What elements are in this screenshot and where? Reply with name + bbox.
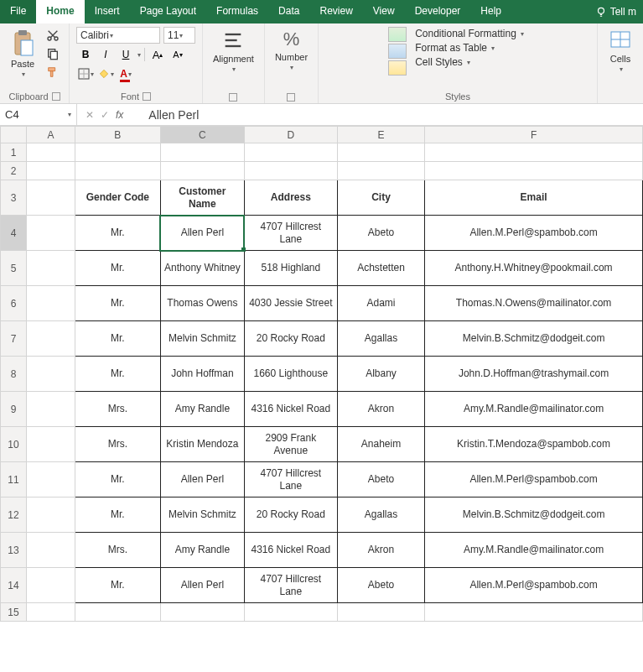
cut-button[interactable] <box>44 27 62 44</box>
cell-F11[interactable]: Allen.M.Perl@spambob.com <box>425 462 643 497</box>
cell-D12[interactable]: 20 Rocky Road <box>244 497 337 533</box>
dialog-launcher-icon[interactable] <box>143 92 151 101</box>
tab-page-layout[interactable]: Page Layout <box>130 0 206 23</box>
row-header-7[interactable]: 7 <box>1 321 27 357</box>
cell-B3[interactable]: Gender Code <box>75 180 160 216</box>
spreadsheet-grid[interactable]: ABCDEF123Gender CodeCustomer NameAddress… <box>0 126 643 622</box>
cell-A3[interactable] <box>27 180 75 216</box>
tell-me[interactable]: Tell m <box>589 0 643 23</box>
row-header-4[interactable]: 4 <box>1 216 27 251</box>
cell-A5[interactable] <box>27 251 75 286</box>
tab-file[interactable]: File <box>0 0 36 23</box>
cell-C2[interactable] <box>160 162 244 180</box>
row-header-6[interactable]: 6 <box>1 286 27 321</box>
cell-F5[interactable]: Anthony.H.Whitney@pookmail.com <box>425 251 643 286</box>
cell-C8[interactable]: John Hoffman <box>160 357 244 392</box>
cell-C3[interactable]: Customer Name <box>160 180 244 216</box>
cell-A11[interactable] <box>27 462 75 497</box>
row-header-13[interactable]: 13 <box>1 533 27 568</box>
cell-A14[interactable] <box>27 568 75 603</box>
cell-D9[interactable]: 4316 Nickel Road <box>244 392 337 427</box>
cell-C15[interactable] <box>160 603 244 622</box>
cell-C1[interactable] <box>160 143 244 162</box>
row-header-5[interactable]: 5 <box>1 251 27 286</box>
cell-A4[interactable] <box>27 216 75 251</box>
italic-button[interactable]: I <box>96 46 115 63</box>
cell-F8[interactable]: John.D.Hoffman@trashymail.com <box>425 357 643 392</box>
tab-developer[interactable]: Developer <box>405 0 471 23</box>
dialog-launcher-icon[interactable] <box>52 92 60 101</box>
cell-C4[interactable]: Allen Perl <box>160 216 244 251</box>
underline-button[interactable]: U <box>117 46 135 63</box>
alignment-button[interactable]: Alignment ▾ <box>210 27 257 75</box>
paste-button[interactable]: Paste ▾ <box>7 27 39 80</box>
cell-B9[interactable]: Mrs. <box>75 392 160 427</box>
cell-E12[interactable]: Agallas <box>337 497 424 533</box>
conditional-formatting-button[interactable]: Conditional Formatting▾ <box>412 27 527 40</box>
cell-E2[interactable] <box>337 162 424 180</box>
cell-A15[interactable] <box>27 603 75 622</box>
cell-D4[interactable]: 4707 Hillcrest Lane <box>244 216 337 251</box>
cell-C12[interactable]: Melvin Schmitz <box>160 497 244 533</box>
cell-E8[interactable]: Albany <box>337 357 424 392</box>
cell-E7[interactable]: Agallas <box>337 321 424 357</box>
cell-B15[interactable] <box>75 603 160 622</box>
row-header-3[interactable]: 3 <box>1 180 27 216</box>
cell-B10[interactable]: Mrs. <box>75 427 160 462</box>
cell-A6[interactable] <box>27 286 75 321</box>
cell-E10[interactable]: Anaheim <box>337 427 424 462</box>
cell-styles-button[interactable]: Cell Styles▾ <box>412 55 527 69</box>
cell-C13[interactable]: Amy Randle <box>160 533 244 568</box>
cell-F14[interactable]: Allen.M.Perl@spambob.com <box>425 568 643 603</box>
cell-B4[interactable]: Mr. <box>75 216 160 251</box>
tab-review[interactable]: Review <box>309 0 362 23</box>
cell-B11[interactable]: Mr. <box>75 462 160 497</box>
cell-E1[interactable] <box>337 143 424 162</box>
cell-D14[interactable]: 4707 Hillcrest Lane <box>244 568 337 603</box>
cell-C5[interactable]: Anthony Whitney <box>160 251 244 286</box>
select-all-corner[interactable] <box>1 127 27 143</box>
cell-C9[interactable]: Amy Randle <box>160 392 244 427</box>
cell-A1[interactable] <box>27 143 75 162</box>
cell-D10[interactable]: 2909 Frank Avenue <box>244 427 337 462</box>
row-header-2[interactable]: 2 <box>1 162 27 180</box>
cell-D2[interactable] <box>244 162 337 180</box>
bold-button[interactable]: B <box>76 46 95 63</box>
cell-B14[interactable]: Mr. <box>75 568 160 603</box>
copy-button[interactable] <box>44 45 62 62</box>
row-header-14[interactable]: 14 <box>1 568 27 603</box>
fill-color-button[interactable]: ▾ <box>96 65 115 82</box>
row-header-12[interactable]: 12 <box>1 497 27 533</box>
cell-E13[interactable]: Akron <box>337 533 424 568</box>
borders-button[interactable]: ▾ <box>76 65 95 82</box>
cell-B13[interactable]: Mrs. <box>75 533 160 568</box>
cell-D5[interactable]: 518 Highland <box>244 251 337 286</box>
col-header-F[interactable]: F <box>425 127 643 143</box>
tab-insert[interactable]: Insert <box>85 0 130 23</box>
cell-E4[interactable]: Abeto <box>337 216 424 251</box>
cell-F9[interactable]: Amy.M.Randle@mailinator.com <box>425 392 643 427</box>
cell-D8[interactable]: 1660 Lighthouse <box>244 357 337 392</box>
cell-F10[interactable]: Kristin.T.Mendoza@spambob.com <box>425 427 643 462</box>
cell-D13[interactable]: 4316 Nickel Road <box>244 533 337 568</box>
cell-E15[interactable] <box>337 603 424 622</box>
cell-C14[interactable]: Allen Perl <box>160 568 244 603</box>
row-header-10[interactable]: 10 <box>1 427 27 462</box>
cell-E5[interactable]: Achstetten <box>337 251 424 286</box>
tab-formulas[interactable]: Formulas <box>206 0 268 23</box>
cell-A2[interactable] <box>27 162 75 180</box>
format-as-table-button[interactable]: Format as Table▾ <box>412 41 527 55</box>
cell-A10[interactable] <box>27 427 75 462</box>
cancel-icon[interactable]: ✕ <box>86 109 94 121</box>
col-header-C[interactable]: C <box>160 127 244 143</box>
cell-A12[interactable] <box>27 497 75 533</box>
row-header-11[interactable]: 11 <box>1 462 27 497</box>
cell-B1[interactable] <box>75 143 160 162</box>
cell-B6[interactable]: Mr. <box>75 286 160 321</box>
cell-C6[interactable]: Thomas Owens <box>160 286 244 321</box>
cell-C10[interactable]: Kristin Mendoza <box>160 427 244 462</box>
cells-button[interactable]: Cells ▾ <box>604 27 636 75</box>
col-header-A[interactable]: A <box>27 127 75 143</box>
format-painter-button[interactable] <box>44 64 62 81</box>
cell-B12[interactable]: Mr. <box>75 497 160 533</box>
